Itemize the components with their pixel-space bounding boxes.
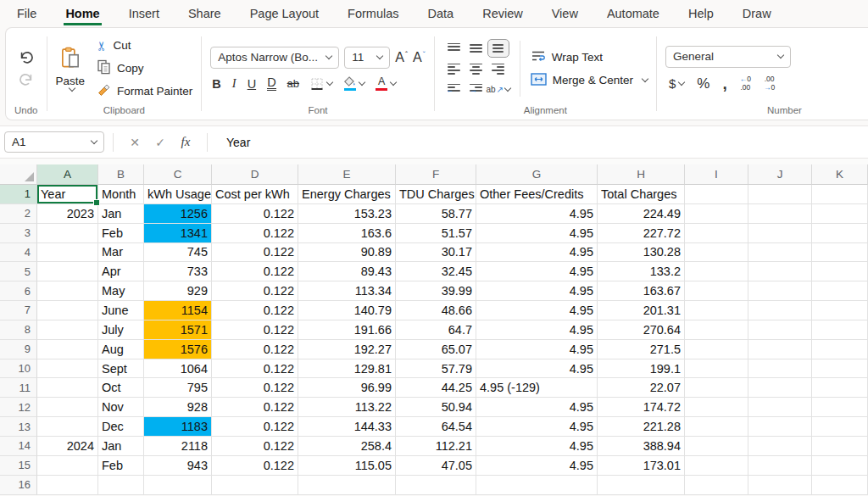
cell-B15[interactable]: Feb xyxy=(98,456,144,476)
cell-E15[interactable]: 115.05 xyxy=(298,456,396,476)
menu-draw[interactable]: Draw xyxy=(741,3,773,25)
cell-K14[interactable] xyxy=(812,437,868,456)
column-header-K[interactable]: K xyxy=(812,164,868,185)
cell-G2[interactable]: 4.95 xyxy=(476,204,598,224)
cell-C14[interactable]: 2118 xyxy=(144,437,212,456)
menu-data[interactable]: Data xyxy=(426,3,456,25)
cell-D2[interactable]: 0.122 xyxy=(212,204,298,224)
menu-insert[interactable]: Insert xyxy=(127,3,161,25)
name-box[interactable]: A1 xyxy=(4,131,104,153)
cell-K4[interactable] xyxy=(812,243,868,263)
increase-decimal-icon[interactable]: ←0.00 xyxy=(740,75,751,92)
cell-D6[interactable]: 0.122 xyxy=(212,281,298,301)
cell-E2[interactable]: 153.23 xyxy=(298,204,396,224)
cell-E10[interactable]: 129.81 xyxy=(298,359,396,379)
cell-K10[interactable] xyxy=(812,359,868,379)
cell-D4[interactable]: 0.122 xyxy=(212,243,298,263)
column-header-E[interactable]: E xyxy=(298,164,396,185)
column-header-D[interactable]: D xyxy=(212,164,298,185)
cell-A7[interactable] xyxy=(37,301,98,320)
cell-A3[interactable] xyxy=(37,224,98,243)
cell-F1[interactable]: TDU Charges xyxy=(396,185,476,204)
cell-C5[interactable]: 733 xyxy=(144,262,212,281)
comma-format-icon[interactable]: , xyxy=(722,79,726,88)
cell-A11[interactable] xyxy=(37,378,98,398)
cell-H12[interactable]: 174.72 xyxy=(598,398,685,417)
cell-H15[interactable]: 173.01 xyxy=(598,456,685,476)
menu-formulas[interactable]: Formulas xyxy=(346,3,400,25)
cell-D15[interactable]: 0.122 xyxy=(212,456,298,476)
cell-E13[interactable]: 144.33 xyxy=(298,417,396,437)
cell-A1[interactable]: Year xyxy=(37,185,98,204)
cell-B7[interactable]: June xyxy=(98,301,144,320)
column-header-J[interactable]: J xyxy=(748,164,812,185)
percent-format-icon[interactable]: % xyxy=(697,75,709,92)
cell-G6[interactable]: 4.95 xyxy=(476,281,598,301)
cell-H16[interactable] xyxy=(598,476,685,495)
cell-J6[interactable] xyxy=(748,281,812,301)
cell-J8[interactable] xyxy=(748,320,812,340)
cell-J10[interactable] xyxy=(748,359,812,379)
merge-center-button[interactable]: Merge & Center xyxy=(531,73,648,88)
cell-A12[interactable] xyxy=(37,398,98,417)
cell-K3[interactable] xyxy=(812,224,868,243)
align-left-icon[interactable] xyxy=(448,64,460,75)
cell-J7[interactable] xyxy=(748,301,812,320)
row-header-12[interactable]: 12 xyxy=(0,398,37,417)
cell-F3[interactable]: 51.57 xyxy=(396,224,476,243)
insert-function-icon[interactable]: fx xyxy=(173,135,198,149)
cut-button[interactable]: ✂ Cut xyxy=(97,38,192,53)
increase-font-size-icon[interactable]: Aˆ xyxy=(395,50,408,65)
cell-E9[interactable]: 192.27 xyxy=(298,340,396,359)
cell-G7[interactable]: 4.95 xyxy=(476,301,598,320)
cell-H7[interactable]: 201.31 xyxy=(598,301,685,320)
cell-C1[interactable]: kWh Usage xyxy=(144,185,212,204)
cell-F4[interactable]: 30.17 xyxy=(396,243,476,263)
align-middle-icon[interactable] xyxy=(470,43,482,54)
enter-icon[interactable]: ✓ xyxy=(147,136,173,149)
decrease-font-size-icon[interactable]: Aˇ xyxy=(413,50,426,65)
cell-F9[interactable]: 65.07 xyxy=(396,340,476,359)
cell-J9[interactable] xyxy=(748,340,812,359)
cell-F13[interactable]: 64.54 xyxy=(396,417,476,437)
cell-K9[interactable] xyxy=(812,340,868,359)
cell-J2[interactable] xyxy=(748,204,812,224)
cell-B4[interactable]: Mar xyxy=(98,243,144,263)
cell-H3[interactable]: 227.72 xyxy=(598,224,685,243)
cell-B8[interactable]: July xyxy=(98,320,144,340)
cell-J4[interactable] xyxy=(748,243,812,263)
cell-C11[interactable]: 795 xyxy=(144,378,212,398)
cell-I4[interactable] xyxy=(685,243,748,263)
decrease-indent-icon[interactable]: ← xyxy=(448,84,460,95)
cell-G13[interactable]: 4.95 xyxy=(476,417,598,437)
number-format-select[interactable]: General xyxy=(665,46,791,68)
column-header-A[interactable]: A xyxy=(37,164,98,185)
cell-K8[interactable] xyxy=(812,320,868,340)
cell-J12[interactable] xyxy=(748,398,812,417)
cell-H8[interactable]: 270.64 xyxy=(598,320,685,340)
cell-E12[interactable]: 113.22 xyxy=(298,398,396,417)
cell-C13[interactable]: 1183 xyxy=(144,417,212,437)
cell-I10[interactable] xyxy=(685,359,748,379)
cell-G12[interactable]: 4.95 xyxy=(476,398,598,417)
formula-content[interactable]: Year xyxy=(216,136,250,149)
cell-D5[interactable]: 0.122 xyxy=(212,262,298,281)
cell-D9[interactable]: 0.122 xyxy=(212,340,298,359)
row-header-5[interactable]: 5 xyxy=(0,262,37,281)
cell-G15[interactable]: 4.95 xyxy=(476,456,598,476)
cell-B16[interactable] xyxy=(98,476,144,495)
cell-K6[interactable] xyxy=(812,281,868,301)
cell-J14[interactable] xyxy=(748,437,812,456)
column-header-F[interactable]: F xyxy=(396,164,476,185)
cell-I5[interactable] xyxy=(685,262,748,281)
cell-D13[interactable]: 0.122 xyxy=(212,417,298,437)
redo-icon[interactable] xyxy=(18,72,35,87)
align-right-icon[interactable] xyxy=(492,64,504,75)
cell-E5[interactable]: 89.43 xyxy=(298,262,396,281)
cell-F11[interactable]: 44.25 xyxy=(396,378,476,398)
format-painter-button[interactable]: Format Painter xyxy=(97,83,192,100)
cell-C6[interactable]: 929 xyxy=(144,281,212,301)
select-all-corner[interactable] xyxy=(0,164,37,185)
cell-D14[interactable]: 0.122 xyxy=(212,437,298,456)
cell-H14[interactable]: 388.94 xyxy=(598,437,685,456)
